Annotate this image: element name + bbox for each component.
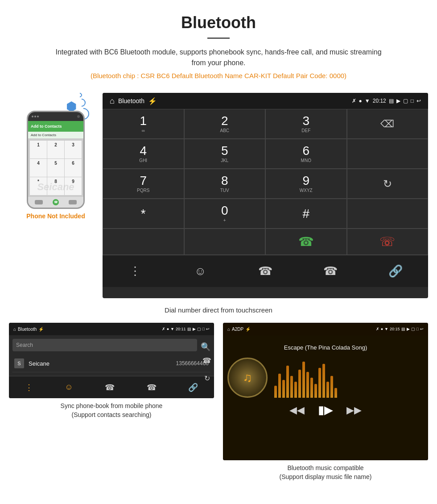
page-title: Bluetooth: [9, 13, 428, 32]
phone-header-text: Add to Contacts: [31, 124, 62, 129]
pb-home-icon[interactable]: ⌂: [13, 327, 16, 332]
window-icon: □: [411, 98, 414, 104]
dialer-key-4[interactable]: 4 GHI: [103, 139, 184, 169]
contact-name: Seicane: [29, 360, 176, 367]
bar-2: [278, 374, 281, 398]
dialer-key-hash[interactable]: #: [265, 199, 347, 229]
bar-10: [310, 378, 313, 398]
dialer-grid: 1 ∞ 2 ABC 3 DEF ⌫ 4 GHI: [103, 109, 428, 255]
phone-key-9[interactable]: 9: [65, 177, 82, 195]
pb-nav-user[interactable]: ☺: [65, 383, 73, 392]
side-refresh-icon[interactable]: ↻: [200, 371, 214, 385]
back-icon[interactable]: ↩: [416, 98, 421, 104]
phone-key-3[interactable]: 3: [65, 141, 82, 158]
dialer-key-0[interactable]: 0 +: [184, 199, 266, 229]
phone-key-5[interactable]: 5: [47, 159, 64, 177]
phone-call-icon: ☎: [54, 200, 58, 204]
phone-key-1[interactable]: 1: [30, 141, 47, 158]
pb-usb-icon: ⚡: [38, 327, 44, 332]
phone-key-8[interactable]: 8: [47, 177, 64, 195]
key-letters-0: +: [223, 218, 226, 223]
dialer-key-5[interactable]: 5 JKL: [184, 139, 266, 169]
dialer-key-3[interactable]: 3 DEF: [265, 109, 347, 139]
nav-phone-icon[interactable]: ☎: [254, 260, 276, 283]
dialer-key-9[interactable]: 9 WXYZ: [265, 169, 347, 199]
music-play-pause-button[interactable]: ▮▶: [318, 403, 333, 417]
key-num-8: 8: [221, 175, 228, 187]
dialer-key-star[interactable]: *: [103, 199, 184, 229]
music-screen: ⌂ A2DP ⚡ ✗ ● ▼ 20:15 ▤ ▶ ▢ □ ↩: [223, 323, 428, 460]
key-letters-4: GHI: [139, 158, 147, 163]
bar-8: [302, 362, 305, 398]
music-next-button[interactable]: ▶▶: [346, 404, 362, 416]
music-back[interactable]: ↩: [420, 327, 424, 331]
pb-bottom-nav: ⋮ ☺ ☎ ☎ 🔗: [9, 376, 214, 398]
key-letters-5: JKL: [221, 158, 228, 163]
dialer-key-8[interactable]: 8 TUV: [184, 169, 266, 199]
key-letters-8: TUV: [220, 188, 229, 193]
dialer-key-1[interactable]: 1 ∞: [103, 109, 184, 139]
music-visualizer: [274, 358, 424, 398]
dialer-key-2[interactable]: 2 ABC: [184, 109, 266, 139]
wave-1: [77, 92, 83, 98]
bt-status-icon: ✗: [352, 98, 356, 104]
music-home-icon[interactable]: ⌂: [227, 327, 230, 332]
phone-btn-2[interactable]: [69, 200, 77, 204]
title-divider: [207, 37, 230, 39]
home-icon[interactable]: ⌂: [110, 96, 115, 106]
dialer-key-7[interactable]: 7 PQRS: [103, 169, 184, 199]
music-app-name: A2DP: [232, 327, 243, 332]
key-num-2: 2: [221, 115, 228, 127]
phone-add-contact: Add to Contacts: [28, 132, 83, 139]
pb-nav-phone[interactable]: ☎: [105, 383, 115, 392]
key-num-4: 4: [140, 145, 147, 157]
pb-location: ●: [167, 327, 169, 331]
location-icon: ●: [359, 98, 362, 104]
pb-nav-link[interactable]: 🔗: [188, 383, 198, 392]
dialer-key-refresh[interactable]: ↻: [347, 169, 429, 199]
phone-screen: Add to Contacts Add to Contacts 1 2 3 4 …: [28, 121, 83, 197]
key-num-6: 6: [302, 145, 309, 157]
nav-bluetooth-icon[interactable]: ☎: [319, 260, 342, 283]
dialer-key-6[interactable]: 6 MNO: [265, 139, 347, 169]
bar-16: [334, 388, 337, 398]
phone-camera: [77, 115, 80, 118]
phone-btn-1[interactable]: [35, 200, 43, 204]
phonebook-caption: Sync phone-book from mobile phone (Suppo…: [61, 402, 163, 419]
dialer-statusbar: ⌂ Bluetooth ⚡ ✗ ● ▼ 20:12 ▤ ▶ ▢ □ ↩: [103, 93, 428, 109]
search-icon[interactable]: 🔍: [201, 342, 210, 352]
phone-key-star[interactable]: *: [30, 177, 47, 195]
pb-nav-bt[interactable]: ☎: [147, 383, 157, 392]
dialer-hangup-button[interactable]: ☏: [347, 229, 429, 255]
nav-contacts-icon[interactable]: ☺: [189, 260, 211, 283]
bluetooth-specs: (Bluetooth chip : CSR BC6 Default Blueto…: [9, 72, 428, 79]
phonebook-screen: ⌂ Bluetooth ⚡ ✗ ● ▼ 20:11 ▤ ▶ ▢ □ ↩: [9, 323, 214, 398]
phone-key-4[interactable]: 4: [30, 159, 47, 177]
dialer-app-name: Bluetooth: [118, 97, 144, 104]
music-mute: ▢: [411, 327, 415, 331]
bar-6: [294, 382, 297, 398]
dialer-call-button[interactable]: ☎: [265, 229, 347, 255]
pb-back[interactable]: ↩: [206, 327, 210, 331]
car-dialer-screen: ⌂ Bluetooth ⚡ ✗ ● ▼ 20:12 ▤ ▶ ▢ □ ↩: [103, 93, 428, 298]
music-signal: ▼: [384, 327, 388, 331]
pb-vol: ▶: [193, 327, 196, 331]
music-prev-button[interactable]: ◀◀: [289, 404, 305, 416]
pb-nav-grid[interactable]: ⋮: [25, 383, 33, 392]
dot-3: [37, 116, 39, 117]
nav-link-icon[interactable]: 🔗: [384, 260, 407, 283]
pb-statusbar-left: ⌂ Bluetooth ⚡: [13, 327, 44, 332]
dialer-key-backspace[interactable]: ⌫: [347, 109, 429, 139]
key-letters-1: ∞: [142, 128, 145, 133]
music-usb-icon: ⚡: [245, 327, 251, 332]
contact-row[interactable]: S Seicane 13566664466: [12, 355, 210, 372]
side-phone-icon[interactable]: ☎: [200, 353, 214, 367]
music-cam: ▤: [401, 327, 405, 331]
phone-key-2[interactable]: 2: [47, 141, 64, 158]
nav-grid-icon[interactable]: ⋮: [124, 260, 146, 283]
phonebook-search[interactable]: Search: [12, 339, 197, 351]
phone-call-btn[interactable]: ☎: [53, 199, 59, 205]
phone-key-6[interactable]: 6: [65, 159, 82, 177]
page-description: Integrated with BC6 Bluetooth module, su…: [49, 47, 388, 68]
bar-1: [274, 386, 277, 398]
